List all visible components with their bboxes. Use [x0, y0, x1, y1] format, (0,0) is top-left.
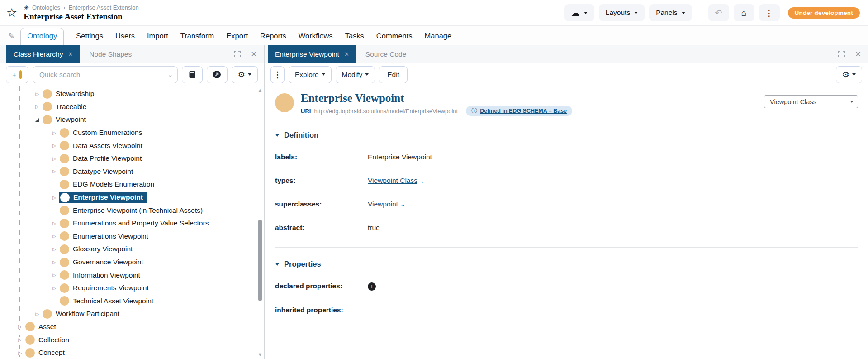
form-kebab-button[interactable]: ⋮ [270, 66, 285, 83]
expand-node-icon[interactable]: ▷ [16, 350, 24, 355]
undo-button[interactable]: ↶ [708, 4, 729, 21]
tree-node[interactable]: EDG Models Enumeration [60, 180, 154, 189]
favorite-star-icon[interactable]: ☆ [6, 7, 17, 19]
search-chevron-icon[interactable]: ⌄ [167, 71, 173, 79]
tree-node[interactable]: Technical Asset Viewpoint [60, 296, 153, 306]
tree-node[interactable]: Information Viewpoint [60, 270, 140, 280]
layouts-button[interactable]: Layouts [599, 4, 645, 21]
maximize-panel-icon[interactable] [838, 51, 845, 57]
tab-source-code[interactable]: Source Code [356, 45, 415, 63]
more-options-button[interactable]: ⋮ [759, 4, 780, 21]
expand-node-icon[interactable]: ▷ [16, 324, 24, 329]
viewpoint-class-select[interactable]: Viewpoint Class [764, 95, 858, 108]
menu-item-manage[interactable]: Manage [425, 32, 452, 45]
explore-button[interactable]: Explore [289, 66, 332, 83]
expand-node-icon[interactable]: ▷ [51, 195, 58, 200]
quick-search-box[interactable]: ⌄ [33, 66, 178, 83]
tree-row-data-profile-viewpoint[interactable]: ▷Data Profile Viewpoint [0, 152, 264, 165]
dictionary-button[interactable] [182, 66, 203, 83]
add-class-button[interactable]: + [6, 66, 28, 83]
edit-button[interactable]: Edit [379, 66, 408, 83]
tree-node[interactable]: Enumerations Viewpoint [60, 231, 148, 241]
tree-node[interactable]: Governance Viewpoint [60, 258, 143, 267]
tree-row-edg-models-enumeration[interactable]: EDG Models Enumeration [0, 178, 264, 191]
tab-class-hierarchy[interactable]: Class Hierarchy✕ [6, 45, 80, 63]
expand-node-icon[interactable]: ▷ [51, 143, 58, 148]
close-panel-icon[interactable]: ✕ [855, 50, 861, 58]
tree-node[interactable]: Concept [25, 348, 65, 358]
tree-row-collection[interactable]: ▷Collection [0, 333, 264, 346]
panels-button[interactable]: Panels [649, 4, 692, 21]
tree-node[interactable]: Data Profile Viewpoint [60, 154, 142, 163]
tree-row-technical-asset-viewpoint[interactable]: Technical Asset Viewpoint [0, 295, 264, 308]
tree-node[interactable]: Glossary Viewpoint [60, 244, 133, 254]
menu-item-workflows[interactable]: Workflows [299, 32, 333, 45]
tree-row-enumerations-and-property-value-selectors[interactable]: ▷Enumerations and Property Value Selecto… [0, 217, 264, 230]
expand-node-icon[interactable]: ▷ [51, 169, 58, 174]
expand-node-icon[interactable]: ▷ [51, 221, 58, 226]
tree-node[interactable]: Requirements Viewpoint [60, 283, 149, 293]
tree-node[interactable]: Datatype Viewpoint [60, 167, 133, 176]
tree-row-enumerations-viewpoint[interactable]: ▷Enumerations Viewpoint [0, 230, 264, 243]
section-heading-definition[interactable]: Definition [275, 131, 868, 139]
menu-item-settings[interactable]: Settings [76, 32, 103, 45]
tree-row-workflow-participant[interactable]: ▷Workflow Participant [0, 307, 264, 321]
right-panel-settings-button[interactable]: ⚙ [836, 66, 862, 83]
tree-node[interactable]: Enumerations and Property Value Selector… [60, 219, 209, 228]
tree-row-information-viewpoint[interactable]: ▷Information Viewpoint [0, 268, 264, 282]
expand-node-icon[interactable]: ▷ [51, 273, 58, 278]
tree-node[interactable]: Workflow Participant [43, 309, 119, 319]
expand-node-icon[interactable]: ▷ [33, 104, 41, 109]
tree-row-viewpoint[interactable]: Viewpoint [0, 113, 264, 126]
chevron-down-icon[interactable]: ⌄ [420, 177, 425, 184]
tree-row-stewardship[interactable]: ▷Stewardship [0, 87, 264, 101]
menu-item-import[interactable]: Import [147, 32, 168, 45]
maximize-panel-icon[interactable] [234, 51, 241, 57]
section-collapse-icon[interactable] [275, 263, 280, 266]
resource-link-viewpoint-class[interactable]: Viewpoint Class [368, 177, 417, 184]
scroll-down-icon[interactable]: ▼ [256, 352, 264, 357]
tree-row-asset[interactable]: ▷Asset [0, 321, 264, 334]
add-property-icon[interactable]: + [368, 282, 376, 291]
menu-item-reports[interactable]: Reports [260, 32, 286, 45]
menu-item-comments[interactable]: Comments [376, 32, 413, 45]
expand-node-icon[interactable]: ▷ [51, 130, 58, 135]
menu-item-users[interactable]: Users [115, 32, 135, 45]
tree-row-custom-enumerations[interactable]: ▷Custom Enumerations [0, 126, 264, 139]
tree-row-data-assets-viewpoint[interactable]: ▷Data Assets Viewpoint [0, 139, 264, 152]
expand-node-icon[interactable]: ▷ [51, 234, 58, 239]
tree-node[interactable]: Enterprise Viewpoint [59, 192, 147, 203]
workflow-status-badge[interactable]: Under development [788, 7, 860, 19]
home-button[interactable]: ⌂ [734, 4, 754, 21]
tree-row-glossary-viewpoint[interactable]: ▷Glossary Viewpoint [0, 243, 264, 256]
tree-row-concept[interactable]: ▷Concept [0, 346, 264, 359]
menu-item-export[interactable]: Export [226, 32, 248, 45]
defined-in-badge[interactable]: ⓘ Defined in EDG SCHEMA – Base [466, 106, 572, 116]
collapse-node-icon[interactable] [33, 118, 41, 122]
chevron-down-icon[interactable]: ⌄ [400, 201, 405, 208]
tree-node[interactable]: Asset [25, 322, 56, 331]
close-panel-icon[interactable]: ✕ [251, 50, 257, 58]
tree-node[interactable]: Stewardship [43, 89, 94, 99]
search-input[interactable] [39, 71, 159, 79]
menu-item-tasks[interactable]: Tasks [345, 32, 364, 45]
cloud-menu-button[interactable]: ☁ [564, 4, 594, 21]
modify-button[interactable]: Modify [336, 66, 375, 83]
resource-link-viewpoint[interactable]: Viewpoint [368, 200, 398, 208]
tree-row-traceable[interactable]: ▷Traceable [0, 101, 264, 114]
expand-node-icon[interactable]: ▷ [51, 156, 58, 161]
section-collapse-icon[interactable] [275, 134, 280, 137]
tree-row-enterprise-viewpoint-in-technical-assets[interactable]: Enterprise Viewpoint (in Technical Asset… [0, 204, 264, 217]
section-heading-properties[interactable]: Properties [275, 260, 868, 268]
expand-node-icon[interactable]: ▷ [16, 337, 24, 342]
tree-row-requirements-viewpoint[interactable]: ▷Requirements Viewpoint [0, 282, 264, 295]
expand-node-icon[interactable]: ▷ [51, 286, 58, 291]
tree-node[interactable]: Viewpoint [43, 115, 86, 124]
tree-node[interactable]: Traceable [43, 102, 86, 111]
scrollbar-thumb[interactable] [258, 220, 262, 301]
expand-node-icon[interactable]: ▷ [51, 247, 58, 252]
tab-enterprise-viewpoint[interactable]: Enterprise Viewpoint✕ [268, 45, 356, 63]
tree-node[interactable]: Collection [25, 335, 69, 345]
locate-resource-button[interactable] [207, 66, 228, 83]
close-tab-icon[interactable]: ✕ [344, 51, 349, 57]
